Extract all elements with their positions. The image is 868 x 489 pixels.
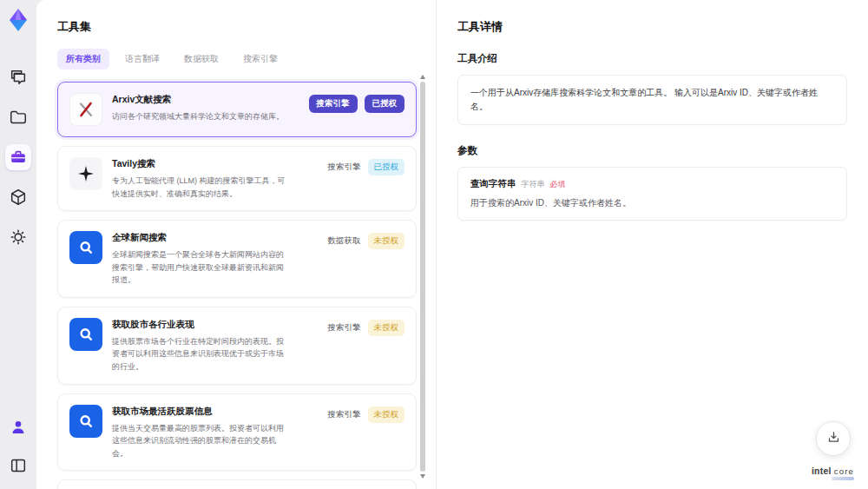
tool-card-body: 获取股市各行业表现 提供股票市场各个行业在特定时间段内的表现。投资者可以利用这些… — [112, 318, 319, 373]
sidebar-item-tools[interactable] — [5, 144, 31, 170]
parameter-header: 查询字符串 字符串 必填 — [470, 178, 834, 190]
tab-language-translation[interactable]: 语言翻译 — [116, 49, 168, 69]
sidebar-item-account[interactable] — [5, 414, 31, 440]
tool-description: 提供当天交易量最高的股票列表。投资者可以利用这些信息来识别流动性强的股票和潜在的… — [112, 422, 286, 460]
folder-icon — [9, 108, 28, 127]
tool-tags: 搜索引擎 已授权 — [328, 157, 405, 200]
scrollbar-down-arrow-icon[interactable] — [420, 474, 425, 479]
tool-tags: 搜索引擎 已授权 — [309, 93, 405, 126]
tool-card-body: 获取市场最活跃股票信息 提供当天交易量最高的股票列表。投资者可以利用这些信息来识… — [112, 405, 319, 460]
category-label: 搜索引擎 — [328, 406, 361, 420]
tool-card-body: 全球新闻搜索 全球新闻搜索是一个聚合全球各大新闻网站内容的搜索引擎，帮助用户快速… — [112, 231, 319, 287]
tool-tags: 数据获取 未授权 — [328, 231, 405, 287]
sidebar-item-files[interactable] — [5, 104, 31, 130]
app-logo-gem-icon — [5, 7, 31, 33]
parameter-name: 查询字符串 — [470, 178, 516, 190]
intro-section-header: 工具介绍 — [457, 52, 847, 65]
scrollbar-thumb[interactable] — [420, 82, 425, 472]
tool-card-body: Tavily搜索 专为人工智能代理 (LLM) 构建的搜索引擎工具，可快速提供实… — [112, 157, 319, 200]
tool-description: 提供股票市场各个行业在特定时间段内的表现。投资者可以利用这些信息来识别表现优于或… — [112, 335, 286, 373]
sidebar-item-collapse[interactable] — [5, 453, 31, 479]
list-scrollbar[interactable] — [419, 75, 425, 484]
tavily-logo-icon — [69, 157, 102, 190]
scrollbar-up-arrow-icon[interactable] — [420, 75, 425, 79]
settings-gear-icon — [9, 228, 28, 247]
tool-name: Tavily搜索 — [112, 158, 319, 170]
parameter-type: 字符串 — [522, 179, 545, 190]
category-label: 搜索引擎 — [328, 159, 361, 173]
tab-data-fetch[interactable]: 数据获取 — [175, 49, 227, 69]
tool-name: 获取市场最活跃股票信息 — [112, 406, 319, 418]
tool-list-panel: 工具集 所有类别 语言翻译 数据获取 搜索引擎 A — [36, 0, 437, 489]
auth-status-badge: 已授权 — [365, 95, 405, 113]
sidebar-nav — [5, 64, 31, 250]
tool-card-sector-performance[interactable]: 获取股市各行业表现 提供股票市场各个行业在特定时间段内的表现。投资者可以利用这些… — [57, 307, 417, 385]
tool-card-regional-news[interactable]: 万维地区新闻查询 查询具体行政区划内的新闻，快速了解各地新闻动 搜索引擎 未授权 — [57, 479, 417, 489]
category-badge: 搜索引擎 — [309, 95, 358, 113]
sidebar-item-models[interactable] — [5, 184, 31, 210]
parameter-item: 查询字符串 字符串 必填 用于搜索的Arxiv ID、关键字或作者姓名。 — [457, 167, 847, 221]
brand-core-text: core — [834, 466, 854, 476]
panel-toggle-icon — [9, 456, 28, 475]
user-icon — [9, 418, 28, 437]
tool-description: 全球新闻搜索是一个聚合全球各大新闻网站内容的搜索引擎，帮助用户快速获取全球最新资… — [112, 248, 286, 287]
cube-icon — [9, 188, 28, 207]
category-tabs: 所有类别 语言翻译 数据获取 搜索引擎 — [57, 49, 436, 69]
app-window: 工具集 所有类别 语言翻译 数据获取 搜索引擎 A — [0, 0, 868, 489]
brand-intel-text: intel — [812, 466, 832, 476]
auth-status-badge: 已授权 — [368, 159, 405, 175]
tab-search-engine[interactable]: 搜索引擎 — [234, 49, 286, 69]
tool-description: 专为人工智能代理 (LLM) 构建的搜索引擎工具，可快速提供实时、准确和真实的结… — [112, 175, 286, 200]
auth-status-badge: 未授权 — [368, 406, 405, 423]
toolbox-icon — [9, 148, 28, 167]
tool-card-tavily[interactable]: Tavily搜索 专为人工智能代理 (LLM) 构建的搜索引擎工具，可快速提供实… — [57, 146, 417, 211]
sidebar-item-settings[interactable] — [5, 224, 31, 250]
stock-search-logo-icon — [69, 405, 102, 438]
auth-status-badge: 未授权 — [368, 233, 405, 249]
tool-list: Arxiv文献搜索 访问各个研究领域大量科学论文和文章的存储库。 搜索引擎 已授… — [57, 82, 417, 489]
tool-name: Arxiv文献搜索 — [112, 94, 299, 106]
stock-search-logo-icon — [69, 318, 102, 351]
download-icon — [826, 430, 841, 448]
chat-icon — [9, 68, 28, 87]
sidebar-item-chat[interactable] — [5, 64, 31, 90]
params-section-header: 参数 — [457, 144, 847, 157]
intel-core-logo: intel core — [812, 466, 854, 481]
tool-tags: 搜索引擎 未授权 — [328, 318, 405, 373]
tool-card-body: Arxiv文献搜索 访问各个研究领域大量科学论文和文章的存储库。 — [112, 93, 299, 126]
tool-description: 访问各个研究领域大量科学论文和文章的存储库。 — [112, 110, 286, 123]
tool-card-global-news[interactable]: 全球新闻搜索 全球新闻搜索是一个聚合全球各大新闻网站内容的搜索引擎，帮助用户快速… — [57, 220, 417, 298]
brand-gradient-bar — [832, 477, 854, 480]
parameter-description: 用于搜索的Arxiv ID、关键字或作者姓名。 — [470, 197, 834, 209]
tool-name: 全球新闻搜索 — [112, 232, 319, 244]
tool-card-most-active-stocks[interactable]: 获取市场最活跃股票信息 提供当天交易量最高的股票列表。投资者可以利用这些信息来识… — [57, 393, 417, 472]
sidebar — [0, 0, 36, 489]
detail-panel-title: 工具详情 — [457, 19, 847, 35]
tool-detail-panel: 工具详情 工具介绍 一个用于从Arxiv存储库搜索科学论文和文章的工具。 输入可… — [437, 0, 868, 489]
arxiv-logo-icon — [69, 93, 102, 126]
tool-tags: 搜索引擎 未授权 — [328, 405, 405, 460]
auth-status-badge: 未授权 — [368, 320, 405, 336]
category-label: 搜索引擎 — [328, 320, 361, 334]
tool-name: 获取股市各行业表现 — [112, 319, 319, 331]
sidebar-bottom — [5, 414, 31, 479]
tool-intro-text: 一个用于从Arxiv存储库搜索科学论文和文章的工具。 输入可以是Arxiv ID… — [457, 75, 847, 125]
download-button[interactable] — [816, 421, 851, 456]
tool-card-arxiv[interactable]: Arxiv文献搜索 访问各个研究领域大量科学论文和文章的存储库。 搜索引擎 已授… — [57, 82, 417, 137]
news-search-logo-icon — [69, 231, 102, 264]
tab-all-categories[interactable]: 所有类别 — [57, 49, 109, 69]
parameter-required-flag: 必填 — [550, 179, 566, 190]
page-title: 工具集 — [57, 19, 436, 35]
main-content: 工具集 所有类别 语言翻译 数据获取 搜索引擎 A — [36, 0, 868, 489]
category-label: 数据获取 — [328, 233, 361, 247]
